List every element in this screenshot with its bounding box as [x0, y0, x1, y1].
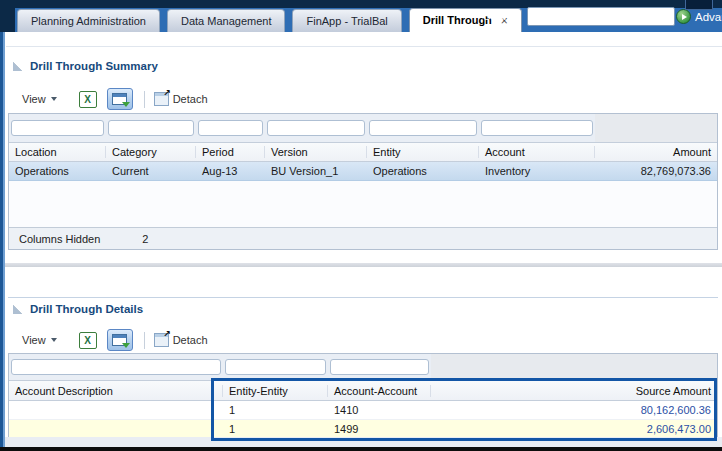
details-query-by-example-button[interactable] — [107, 329, 133, 351]
filter-input-location[interactable] — [11, 120, 104, 136]
cell-source-amount-link[interactable]: 80,162,600.36 — [431, 404, 717, 416]
bottom-light-strip — [5, 437, 722, 447]
funnel-icon — [122, 102, 130, 107]
cell-category: Current — [106, 165, 196, 177]
details-filter-row — [9, 354, 717, 380]
cell-entity: Operations — [367, 165, 479, 177]
search-label: Search — [483, 10, 519, 22]
summary-view-menu-button[interactable]: View — [18, 90, 61, 108]
excel-icon: X — [84, 94, 91, 105]
search-bar: Search — [483, 0, 675, 32]
search-input[interactable] — [527, 7, 675, 26]
window-bottom-edge — [0, 447, 722, 451]
summary-query-by-example-button[interactable] — [107, 88, 133, 110]
cell-source-amount-link[interactable]: 2,606,473.00 — [431, 423, 717, 435]
cell-entity-entity: 1 — [223, 404, 328, 416]
column-header-account-account[interactable]: Account-Account — [328, 385, 431, 397]
details-table-row-1[interactable]: 1 1410 80,162,600.36 — [9, 401, 717, 420]
toolbar-separator — [144, 332, 145, 349]
tabbar-left-dark — [0, 0, 15, 32]
columns-hidden-label: Columns Hidden — [9, 233, 100, 245]
cell-location: Operations — [9, 165, 106, 177]
column-header-account-description[interactable]: Account Description — [9, 385, 223, 397]
tab-data-management[interactable]: Data Management — [167, 9, 286, 32]
funnel-icon — [122, 343, 130, 348]
filter-input-period[interactable] — [198, 120, 263, 136]
advanced-go-icon — [676, 9, 691, 24]
tab-strip: Planning Administration Data Management … — [17, 8, 522, 32]
summary-export-excel-button[interactable]: X — [79, 91, 97, 108]
column-header-entity[interactable]: Entity — [367, 146, 479, 158]
content-top-divider — [6, 46, 722, 47]
excel-icon: X — [84, 335, 91, 346]
chevron-down-icon — [51, 338, 57, 342]
column-header-category[interactable]: Category — [106, 146, 196, 158]
column-header-source-amount[interactable]: Source Amount — [431, 385, 717, 397]
toolbar-separator — [144, 91, 145, 108]
view-label: View — [22, 334, 46, 346]
detach-label: Detach — [173, 93, 208, 105]
detach-label: Detach — [173, 334, 208, 346]
column-header-version[interactable]: Version — [265, 146, 367, 158]
filter-cell-source-amount-empty — [431, 354, 717, 380]
summary-toolbar: View X ↗ Detach — [18, 86, 208, 112]
filter-input-entity-entity[interactable] — [225, 359, 326, 375]
cell-version: BU Version_1 — [265, 165, 367, 177]
details-table: Account Description Entity-Entity Accoun… — [8, 353, 718, 442]
details-panel-top-border — [8, 297, 718, 298]
column-header-account[interactable]: Account — [479, 146, 595, 158]
summary-header-row: Location Category Period Version Entity … — [9, 142, 717, 162]
advanced-search-button[interactable]: Advanced — [676, 9, 722, 24]
cell-amount: 82,769,073.36 — [595, 165, 717, 177]
details-export-excel-button[interactable]: X — [79, 332, 97, 349]
summary-filter-row — [9, 114, 717, 142]
filter-input-category[interactable] — [108, 120, 194, 136]
summary-footer: Columns Hidden 2 — [9, 227, 717, 249]
details-header-row: Account Description Entity-Entity Accoun… — [9, 380, 717, 401]
filter-input-account[interactable] — [481, 120, 593, 136]
summary-panel-header[interactable]: Drill Through Summary — [13, 60, 158, 72]
details-toolbar: View X ↗ Detach — [18, 327, 208, 353]
tab-planning-administration[interactable]: Planning Administration — [17, 9, 160, 32]
left-border-strip-inner — [3, 32, 5, 447]
chevron-down-icon — [51, 97, 57, 101]
view-label: View — [22, 93, 46, 105]
panel-splitter[interactable] — [5, 263, 722, 267]
cell-account-account: 1410 — [328, 404, 431, 416]
column-header-entity-entity[interactable]: Entity-Entity — [223, 385, 328, 397]
window-corner-button — [685, 0, 713, 10]
details-panel-header[interactable]: Drill Through Details — [13, 303, 143, 315]
cell-entity-entity: 1 — [223, 423, 328, 435]
column-header-amount[interactable]: Amount — [595, 146, 717, 158]
columns-hidden-value: 2 — [142, 233, 148, 245]
collapse-triangle-icon[interactable] — [13, 62, 22, 71]
details-detach-button[interactable]: ↗ Detach — [154, 333, 208, 347]
details-view-menu-button[interactable]: View — [18, 331, 61, 349]
tab-finapp-trialbal[interactable]: FinApp - TrialBal — [292, 9, 401, 32]
cell-period: Aug-13 — [196, 165, 265, 177]
summary-empty-area — [9, 181, 717, 227]
summary-table: Location Category Period Version Entity … — [8, 113, 718, 250]
top-tab-bar: Planning Administration Data Management … — [0, 0, 722, 32]
filter-input-account-account[interactable] — [330, 359, 429, 375]
column-header-location[interactable]: Location — [9, 146, 106, 158]
details-panel-title: Drill Through Details — [30, 303, 143, 315]
cell-account: Inventory — [479, 165, 595, 177]
details-table-row-2[interactable]: 1 1499 2,606,473.00 — [9, 420, 717, 438]
filter-input-version[interactable] — [267, 120, 365, 136]
advanced-label: Advanced — [695, 11, 722, 23]
filter-input-account-description[interactable] — [11, 359, 221, 375]
filter-input-entity[interactable] — [369, 120, 477, 136]
tab-drill-through-label: Drill Through — [423, 9, 492, 32]
cell-account-account: 1499 — [328, 423, 431, 435]
column-header-period[interactable]: Period — [196, 146, 265, 158]
collapse-triangle-icon[interactable] — [13, 305, 22, 314]
detach-icon: ↗ — [154, 333, 169, 347]
summary-table-row-selected[interactable]: Operations Current Aug-13 BU Version_1 O… — [9, 162, 717, 181]
detach-icon: ↗ — [154, 92, 169, 106]
summary-detach-button[interactable]: ↗ Detach — [154, 92, 208, 106]
summary-panel-title: Drill Through Summary — [30, 60, 158, 72]
filter-cell-amount-empty — [595, 114, 717, 142]
